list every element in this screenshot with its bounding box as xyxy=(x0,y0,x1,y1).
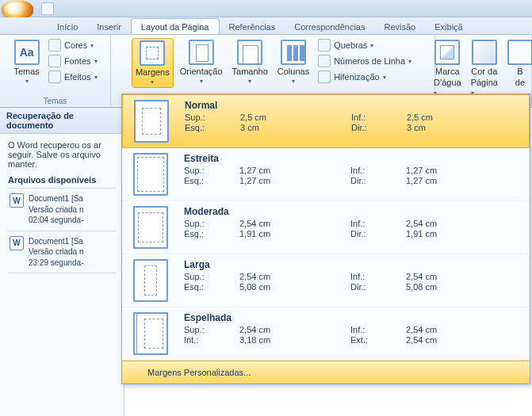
margens-button[interactable]: Margens ▾ xyxy=(132,38,174,88)
colors-icon xyxy=(48,39,61,52)
hifenizacao-button[interactable]: Hifenização▾ xyxy=(316,70,388,84)
document-icon xyxy=(10,236,24,250)
recovery-msg-1: O Word recuperou os ar xyxy=(8,140,117,150)
hyphenation-icon xyxy=(318,71,331,83)
quebras-button[interactable]: Quebras▾ xyxy=(316,38,376,52)
recovery-header: Recuperação de documento xyxy=(0,108,124,134)
quebras-label: Quebras xyxy=(334,40,367,50)
margin-value: 2,54 cm xyxy=(239,219,350,228)
margin-value: 2,5 cm xyxy=(240,113,351,122)
file-name: Document1 [Sa xyxy=(29,236,84,247)
chevron-down-icon: ▾ xyxy=(90,42,94,49)
tab-inserir[interactable]: Inserir xyxy=(87,19,131,34)
margin-value: 1,27 cm xyxy=(239,166,350,175)
margin-option-espelhada[interactable]: EspelhadaSup.:2,54 cmInf.:2,54 cmInt.:3,… xyxy=(122,307,530,361)
margin-value: 2,5 cm xyxy=(407,113,478,122)
file-time: 23:29 segunda- xyxy=(29,258,84,269)
tab-revisao[interactable]: Revisão xyxy=(374,19,425,34)
margin-label: Int.: xyxy=(184,335,239,345)
margin-value: 1,27 cm xyxy=(406,166,477,175)
page-borders-icon xyxy=(507,40,532,65)
save-icon[interactable] xyxy=(41,2,54,15)
colunas-button[interactable]: Colunas ▾ xyxy=(274,38,312,86)
tab-referencias[interactable]: Referências xyxy=(220,19,285,34)
recovery-file-item[interactable]: Document1 [Sa Versão criada n 02:04 segu… xyxy=(8,188,117,231)
margin-option-title: Espelhada xyxy=(184,312,519,323)
breaks-icon xyxy=(318,39,331,52)
margin-value: 2,54 cm xyxy=(406,325,477,334)
orientation-icon xyxy=(189,40,214,65)
margin-label: Esq.: xyxy=(185,123,240,132)
recovery-available-title: Arquivos disponíveis xyxy=(8,175,117,185)
cores-button[interactable]: Cores▾ xyxy=(46,38,96,52)
fonts-icon xyxy=(48,55,61,67)
recovery-file-item[interactable]: Document1 [Sa Versão criada n 23:29 segu… xyxy=(8,231,117,274)
tamanho-button[interactable]: Tamanho ▾ xyxy=(229,38,271,86)
hifen-label: Hifenização xyxy=(334,72,379,82)
margens-label: Margens xyxy=(136,67,170,77)
themes-icon xyxy=(14,40,40,65)
margin-value: 3 cm xyxy=(240,123,351,132)
margin-label: Inf.: xyxy=(350,272,406,281)
office-button[interactable] xyxy=(2,0,33,17)
cor-label-1: Cor da xyxy=(471,67,497,76)
margin-option-title: Normal xyxy=(185,100,518,111)
numlinha-label: Números de Linha xyxy=(334,56,405,66)
margin-value: 2,54 cm xyxy=(406,272,477,281)
orientacao-button[interactable]: Orientação ▾ xyxy=(177,38,226,86)
group-temas: Temas ▾ Cores▾ Fontes▾ Efeitos▾ Temas xyxy=(0,35,111,107)
margin-value: 1,91 cm xyxy=(239,229,350,239)
group-label-temas: Temas xyxy=(44,95,67,105)
chevron-down-icon: ▾ xyxy=(383,74,386,81)
margin-option-normal[interactable]: NormalSup.:2,5 cmInf.:2,5 cmEsq.:3 cmDir… xyxy=(122,94,530,148)
margin-label: Sup.: xyxy=(184,272,239,281)
margin-preview-icon xyxy=(133,153,168,196)
margin-value: 2,54 cm xyxy=(239,272,350,281)
margin-option-moderada[interactable]: ModeradaSup.:2,54 cmInf.:2,54 cmEsq.:1,9… xyxy=(122,201,530,254)
file-name: Document1 [Sa xyxy=(29,193,84,204)
chevron-down-icon: ▾ xyxy=(408,58,411,65)
tab-inicio[interactable]: Início xyxy=(48,19,87,34)
margin-label: Inf.: xyxy=(350,325,406,334)
margens-personalizadas-item[interactable]: Margens Personalizadas... xyxy=(122,361,530,384)
orientacao-label: Orientação xyxy=(180,67,223,76)
margin-preview-icon xyxy=(133,312,168,355)
page-color-icon xyxy=(472,40,497,65)
tab-layout-pagina[interactable]: Layout da Página xyxy=(131,18,220,34)
margin-value: 1,27 cm xyxy=(239,176,350,185)
effects-icon xyxy=(48,71,61,83)
tab-correspondencias[interactable]: Correspondências xyxy=(285,19,374,34)
file-time: 02:04 segunda- xyxy=(29,215,84,226)
efeitos-button[interactable]: Efeitos▾ xyxy=(46,70,100,84)
chevron-down-icon: ▾ xyxy=(200,78,203,85)
marca-dagua-button[interactable]: Marca D'água ▾ xyxy=(431,38,465,98)
margin-value: 2,54 cm xyxy=(406,219,477,228)
margins-icon xyxy=(140,40,165,66)
margin-value: 2,54 cm xyxy=(406,335,477,345)
fontes-label: Fontes xyxy=(64,56,91,66)
tab-exibicao[interactable]: Exibiçã xyxy=(425,19,472,34)
document-recovery-pane: Recuperação de documento O Word recupero… xyxy=(0,108,124,416)
file-version: Versão criada n xyxy=(29,204,84,216)
colunas-label: Colunas xyxy=(277,67,309,76)
margin-value: 1,27 cm xyxy=(406,176,477,185)
fontes-button[interactable]: Fontes▾ xyxy=(46,54,100,68)
margin-option-larga[interactable]: LargaSup.:2,54 cmInf.:2,54 cmEsq.:5,08 c… xyxy=(122,254,530,307)
title-bar xyxy=(0,0,532,17)
numeros-linha-button[interactable]: Números de Linha▾ xyxy=(316,54,414,68)
bordas-pagina-button[interactable]: B de xyxy=(504,38,532,89)
efeitos-label: Efeitos xyxy=(64,72,91,82)
margin-label: Inf.: xyxy=(351,113,407,122)
margin-label: Dir.: xyxy=(350,282,406,292)
marca-label-1: Marca xyxy=(435,67,460,76)
cor-pagina-button[interactable]: Cor da Página ▾ xyxy=(468,38,501,98)
margin-label: Sup.: xyxy=(184,325,239,334)
margin-option-estreita[interactable]: EstreitaSup.:1,27 cmInf.:1,27 cmEsq.:1,2… xyxy=(122,148,530,201)
columns-icon xyxy=(281,40,306,65)
margin-value: 5,08 cm xyxy=(406,282,477,292)
temas-button[interactable]: Temas ▾ xyxy=(10,38,42,86)
chevron-down-icon: ▾ xyxy=(292,78,295,85)
margin-preview-icon xyxy=(134,100,169,143)
margens-dropdown: NormalSup.:2,5 cmInf.:2,5 cmEsq.:3 cmDir… xyxy=(121,94,530,384)
recovery-msg-3: manter. xyxy=(8,159,117,169)
